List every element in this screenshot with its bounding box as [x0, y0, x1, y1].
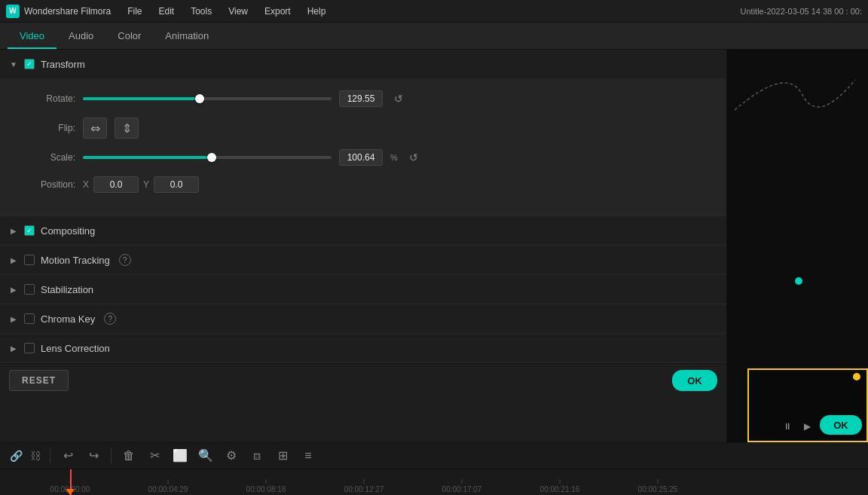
zoom-button[interactable]: 🔍: [194, 445, 217, 466]
chain-icon-button[interactable]: ⛓: [27, 448, 44, 464]
scale-value-input[interactable]: [339, 149, 383, 166]
rotate-slider-fill: [83, 97, 195, 100]
toolbar-separator-1: [50, 448, 50, 463]
position-x-label: X: [83, 179, 89, 190]
stabilization-title: Stabilization: [41, 284, 93, 295]
section-chroma-key-header[interactable]: Chroma Key ?: [0, 304, 726, 333]
chevron-stabilization-icon: [9, 285, 18, 294]
time-mark-3: 00:00:12:27: [344, 485, 384, 493]
menu-edit[interactable]: Edit: [151, 3, 182, 20]
scale-row: Scale: % ↺: [15, 149, 711, 166]
lens-correction-checkbox[interactable]: [24, 343, 35, 353]
menu-bar: File Edit Tools View Export Help: [120, 3, 333, 20]
menu-view[interactable]: View: [221, 3, 255, 20]
left-panel: Transform Rotate: ↺ Flip: ⇔ ⇕: [0, 50, 727, 442]
lens-correction-title: Lens Correction: [41, 343, 110, 354]
app-name: Wondershare Filmora: [24, 6, 111, 17]
section-chroma-key: Chroma Key ?: [0, 304, 726, 334]
time-mark-6: 00:00:25:25: [638, 485, 678, 493]
window-title: Untitle-2022-03-05 14 38 00 : 00:: [741, 7, 862, 16]
motion-tracking-checkbox[interactable]: [24, 255, 35, 265]
section-stabilization-header[interactable]: Stabilization: [0, 275, 726, 304]
chevron-transform-icon: [9, 60, 18, 69]
time-mark-1: 00:00:04:29: [148, 485, 188, 493]
motion-tracking-help-icon[interactable]: ?: [119, 254, 131, 266]
motion-path-dot: [795, 277, 802, 285]
toolbar-separator-2: [111, 448, 112, 463]
tab-audio[interactable]: Audio: [57, 24, 105, 49]
chroma-key-help-icon[interactable]: ?: [104, 313, 116, 325]
time-mark-2: 00:00:08:18: [246, 485, 286, 493]
position-row: Position: X Y: [15, 176, 711, 193]
undo-button[interactable]: ↩: [57, 445, 79, 466]
menu-file[interactable]: File: [120, 3, 149, 20]
flip-horizontal-button[interactable]: ⇔: [83, 118, 107, 139]
rotate-row: Rotate: ↺: [15, 90, 711, 107]
chroma-key-checkbox[interactable]: [24, 313, 35, 324]
time-mark-5: 00:00:21:16: [540, 485, 580, 493]
tab-color[interactable]: Color: [105, 24, 153, 49]
reset-button[interactable]: RESET: [9, 370, 69, 391]
chevron-compositing-icon: [9, 226, 18, 235]
crop-button[interactable]: ⬜: [169, 445, 191, 466]
preview-play-controls: ⏸ ▶: [779, 418, 815, 435]
chroma-key-title: Chroma Key: [41, 313, 95, 325]
position-inputs: X Y: [83, 176, 199, 193]
time-mark-4: 00:00:17:07: [442, 485, 482, 493]
chevron-motion-tracking-icon: [9, 255, 18, 264]
playhead-triangle: [66, 489, 75, 495]
rotate-slider[interactable]: [83, 97, 332, 100]
menu-tools[interactable]: Tools: [183, 3, 219, 20]
position-y-label: Y: [143, 179, 149, 190]
transform-checkbox[interactable]: [24, 59, 35, 69]
rotate-value-input[interactable]: [339, 90, 383, 107]
settings-button[interactable]: ⚙: [220, 445, 243, 466]
split-button[interactable]: ⧈: [246, 445, 268, 466]
menu-export[interactable]: Export: [257, 3, 298, 20]
rotate-reset-button[interactable]: ↺: [390, 90, 407, 107]
motion-tracking-title: Motion Tracking: [41, 255, 110, 266]
bottom-toolbar: 🔗 ⛓ ↩ ↪ 🗑 ✂ ⬜ 🔍 ⚙ ⧈ ⊞ ≡ 00:00:00:00 00:0…: [0, 442, 868, 495]
tab-animation[interactable]: Animation: [153, 24, 221, 49]
position-y-input[interactable]: [154, 176, 199, 193]
grid-button[interactable]: ⊞: [271, 445, 294, 466]
scale-slider[interactable]: [83, 156, 332, 159]
link-icon-button[interactable]: 🔗: [8, 448, 24, 464]
adjust-button[interactable]: ≡: [297, 445, 319, 466]
redo-button[interactable]: ↪: [82, 445, 105, 466]
preview-area: ⏸ ▶ OK: [727, 50, 868, 442]
scale-slider-thumb[interactable]: [207, 153, 216, 162]
scale-slider-fill: [83, 156, 207, 159]
section-transform-header[interactable]: Transform: [0, 50, 726, 78]
timeline-ruler: 00:00:00:00 00:00:04:29 00:00:08:18 00:0…: [0, 469, 868, 496]
main-layout: Transform Rotate: ↺ Flip: ⇔ ⇕: [0, 50, 868, 442]
flip-row: Flip: ⇔ ⇕: [15, 118, 711, 139]
rotate-slider-thumb[interactable]: [195, 94, 204, 103]
preview-ok-button[interactable]: OK: [820, 415, 862, 435]
app-logo: W Wondershare Filmora: [6, 5, 111, 18]
section-compositing: Compositing: [0, 216, 726, 246]
timeline-marks: 00:00:00:00 00:00:04:29 00:00:08:18 00:0…: [8, 469, 860, 496]
stabilization-checkbox[interactable]: [24, 284, 35, 295]
menu-help[interactable]: Help: [300, 3, 334, 20]
section-motion-tracking-header[interactable]: Motion Tracking ?: [0, 246, 726, 274]
section-lens-correction-header[interactable]: Lens Correction: [0, 334, 726, 362]
compositing-title: Compositing: [41, 225, 95, 237]
tab-video[interactable]: Video: [8, 24, 57, 49]
position-label: Position:: [15, 179, 75, 190]
pause-button[interactable]: ⏸: [779, 418, 796, 435]
section-stabilization: Stabilization: [0, 275, 726, 304]
ok-button[interactable]: OK: [672, 370, 717, 391]
flip-vertical-button[interactable]: ⇕: [115, 118, 139, 139]
section-compositing-header[interactable]: Compositing: [0, 216, 726, 245]
transform-content: Rotate: ↺ Flip: ⇔ ⇕ Scale:: [0, 78, 726, 215]
play-button[interactable]: ▶: [799, 418, 815, 435]
section-motion-tracking: Motion Tracking ?: [0, 246, 726, 275]
delete-button[interactable]: 🗑: [118, 445, 140, 466]
cut-button[interactable]: ✂: [143, 445, 166, 466]
compositing-checkbox[interactable]: [24, 225, 35, 236]
scale-reset-button[interactable]: ↺: [405, 149, 422, 166]
flip-label: Flip:: [15, 123, 75, 133]
position-x-input[interactable]: [93, 176, 139, 193]
right-panel: ⏸ ▶ OK: [727, 50, 868, 442]
